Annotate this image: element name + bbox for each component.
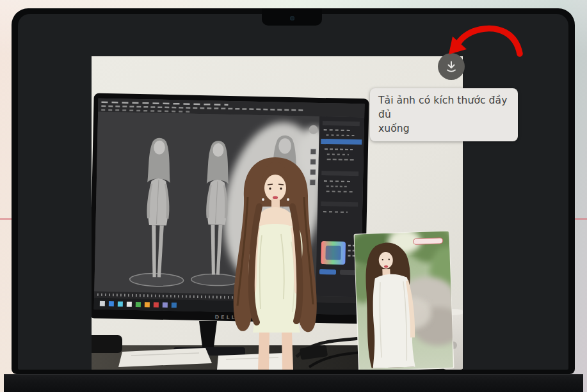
download-icon <box>444 59 458 74</box>
paper-center <box>217 353 287 370</box>
tooltip-line-2: xuống <box>378 122 510 136</box>
monitor: DELL <box>92 93 369 324</box>
card-watermark-badge <box>414 238 443 245</box>
speaker <box>92 335 122 353</box>
download-tooltip: Tải ảnh có kích thước đầy đủ xuống <box>370 88 518 141</box>
photo-card <box>347 223 463 370</box>
laptop-base <box>4 374 583 392</box>
notch-camera <box>290 16 294 20</box>
laptop-notch <box>262 8 322 26</box>
screenshot-stage: DELL <box>0 0 587 392</box>
download-button[interactable] <box>438 53 465 80</box>
tooltip-line-1: Tải ảnh có kích thước đầy đủ <box>378 93 510 122</box>
monitor-brand-label: DELL <box>214 315 236 321</box>
